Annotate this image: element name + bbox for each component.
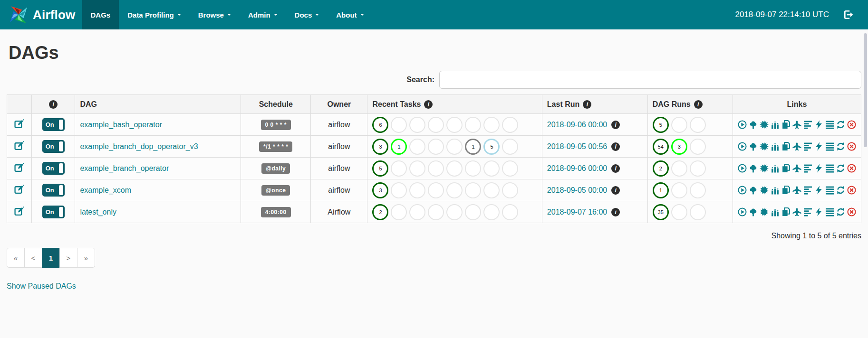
gantt-view-icon[interactable]	[803, 120, 812, 129]
state-circle-success[interactable]: 6	[372, 117, 388, 133]
info-icon[interactable]: i	[611, 121, 620, 129]
tree-view-icon[interactable]	[749, 142, 758, 151]
state-circle-empty[interactable]	[428, 204, 444, 220]
state-circle-empty[interactable]	[446, 139, 463, 155]
state-circle-empty[interactable]	[502, 160, 518, 177]
code-view-icon[interactable]	[814, 120, 823, 129]
delete-dag-icon[interactable]	[847, 142, 856, 151]
state-circle-empty[interactable]	[483, 204, 500, 220]
col-header-dag-runs[interactable]: DAG Runs i	[647, 95, 733, 114]
state-circle-empty[interactable]	[690, 182, 706, 198]
nav-item-browse[interactable]: Browse	[190, 0, 240, 29]
trigger-dag-icon[interactable]	[738, 142, 747, 151]
dag-details-icon[interactable]	[825, 164, 834, 173]
pagination-prev[interactable]: <	[24, 248, 42, 268]
tree-view-icon[interactable]	[749, 164, 758, 173]
dag-on-off-toggle[interactable]: On	[42, 118, 65, 131]
dag-name-link[interactable]: example_branch_operator	[80, 164, 169, 172]
dag-details-icon[interactable]	[825, 186, 834, 195]
pagination-next[interactable]: >	[59, 248, 77, 268]
last-run-link[interactable]: 2018-09-07 16:00	[547, 208, 607, 216]
state-circle-empty[interactable]	[671, 182, 687, 198]
state-circle-empty[interactable]	[465, 182, 481, 198]
task-tries-icon[interactable]	[781, 120, 791, 129]
state-circle-empty[interactable]	[391, 117, 407, 133]
info-icon[interactable]: i	[611, 142, 620, 151]
state-circle-empty[interactable]	[446, 117, 463, 133]
state-circle-success[interactable]: 5	[653, 117, 669, 133]
delete-dag-icon[interactable]	[847, 186, 856, 195]
state-circle-empty[interactable]	[409, 117, 425, 133]
nav-item-dags[interactable]: DAGs	[82, 0, 119, 29]
trigger-dag-icon[interactable]	[738, 120, 747, 129]
refresh-icon[interactable]	[836, 186, 845, 195]
edit-dag-icon[interactable]	[14, 119, 24, 129]
col-header-edit[interactable]	[7, 95, 32, 114]
state-circle-empty[interactable]	[391, 204, 407, 220]
col-header-links[interactable]: Links	[733, 95, 861, 114]
last-run-link[interactable]: 2018-09-05 00:56	[547, 142, 607, 151]
gantt-view-icon[interactable]	[803, 207, 812, 216]
state-circle-empty[interactable]	[428, 117, 444, 133]
state-circle-empty[interactable]	[502, 204, 518, 220]
state-circle-empty[interactable]	[391, 182, 407, 198]
state-circle-empty[interactable]	[502, 182, 518, 198]
refresh-icon[interactable]	[836, 164, 845, 173]
graph-view-icon[interactable]	[760, 142, 769, 151]
pagination-first[interactable]: «	[7, 248, 25, 268]
state-circle-empty[interactable]	[690, 117, 706, 133]
last-run-link[interactable]: 2018-09-06 00:00	[547, 164, 607, 173]
state-circle-queued[interactable]: 1	[465, 139, 481, 155]
graph-view-icon[interactable]	[760, 164, 769, 173]
task-duration-icon[interactable]	[771, 120, 780, 129]
state-circle-empty[interactable]	[391, 160, 407, 177]
state-circle-empty[interactable]	[465, 160, 481, 177]
info-icon[interactable]: i	[611, 208, 620, 216]
state-circle-empty[interactable]	[690, 204, 706, 220]
state-circle-success[interactable]: 35	[653, 204, 669, 220]
dag-name-link[interactable]: example_bash_operator	[80, 121, 162, 129]
delete-dag-icon[interactable]	[847, 120, 856, 129]
delete-dag-icon[interactable]	[847, 207, 856, 216]
state-circle-empty[interactable]	[502, 139, 518, 155]
pagination-page-1[interactable]: 1	[42, 248, 60, 268]
task-duration-icon[interactable]	[771, 164, 780, 173]
state-circle-empty[interactable]	[428, 160, 444, 177]
dag-on-off-toggle[interactable]: On	[42, 162, 65, 175]
dag-name-link[interactable]: latest_only	[80, 208, 116, 216]
info-icon[interactable]: i	[424, 100, 433, 109]
gantt-view-icon[interactable]	[803, 142, 812, 151]
code-view-icon[interactable]	[814, 142, 823, 151]
state-circle-empty[interactable]	[690, 139, 706, 155]
state-circle-empty[interactable]	[483, 117, 500, 133]
refresh-icon[interactable]	[836, 142, 845, 151]
dag-name-link[interactable]: example_branch_dop_operator_v3	[80, 142, 198, 150]
state-circle-success[interactable]: 5	[372, 160, 388, 177]
col-header-info[interactable]: i	[31, 95, 75, 114]
info-icon[interactable]: i	[611, 164, 620, 173]
logout-button[interactable]	[843, 9, 854, 20]
state-circle-empty[interactable]	[446, 160, 463, 177]
landing-times-icon[interactable]	[792, 207, 801, 216]
airflow-brand-link[interactable]: Airflow	[0, 0, 82, 29]
refresh-icon[interactable]	[836, 120, 845, 129]
nav-item-data-profiling[interactable]: Data Profiling	[119, 0, 190, 29]
graph-view-icon[interactable]	[760, 186, 769, 195]
edit-dag-icon[interactable]	[14, 162, 24, 172]
vertical-scrollbar[interactable]	[864, 33, 867, 147]
edit-dag-icon[interactable]	[14, 206, 24, 216]
info-icon[interactable]: i	[694, 100, 703, 109]
dag-details-icon[interactable]	[825, 142, 834, 151]
state-circle-empty[interactable]	[409, 139, 425, 155]
nav-item-docs[interactable]: Docs	[286, 0, 328, 29]
state-circle-empty[interactable]	[428, 139, 444, 155]
last-run-link[interactable]: 2018-09-06 00:00	[547, 121, 607, 129]
info-icon[interactable]: i	[583, 100, 591, 109]
state-circle-empty[interactable]	[671, 204, 687, 220]
col-header-schedule[interactable]: Schedule	[241, 95, 311, 114]
state-circle-success[interactable]: 3	[372, 182, 388, 198]
dag-on-off-toggle[interactable]: On	[42, 184, 65, 197]
task-tries-icon[interactable]	[781, 164, 791, 173]
search-input[interactable]	[439, 71, 861, 89]
task-duration-icon[interactable]	[771, 207, 780, 216]
